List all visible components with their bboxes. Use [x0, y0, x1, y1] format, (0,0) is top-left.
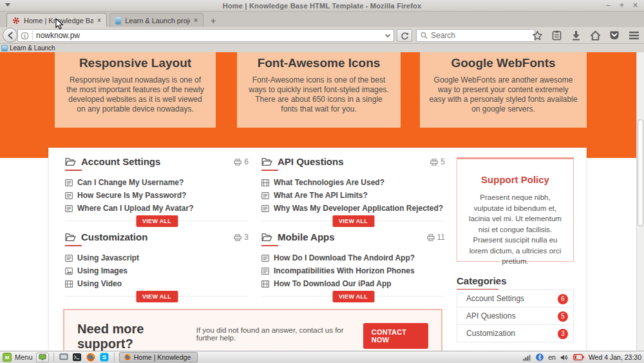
tab-learn-launch[interactable]: Learn & Launch project - ... × — [109, 13, 204, 27]
categories-widget: Categories Account Settings 6 API Questi… — [457, 275, 574, 342]
tab-close-icon[interactable]: × — [97, 17, 101, 24]
pocket-icon[interactable] — [608, 29, 621, 42]
battery-low-icon[interactable] — [573, 354, 584, 360]
section-article-count: 11 — [427, 233, 445, 242]
view-all-button[interactable]: VIEW ALL — [136, 291, 178, 302]
article-link[interactable]: Incompatibilities With Horizon Phones — [274, 266, 415, 275]
search-bar[interactable] — [416, 29, 535, 42]
kb-section-account-settings: Account Settings 6 Can I Change My Usern… — [65, 156, 249, 221]
feature-title: Font-Awesome Icons — [246, 56, 392, 70]
category-row-api-questions[interactable]: API Questions 5 — [457, 307, 574, 325]
navigation-toolbar — [0, 27, 644, 44]
feature-text: Responsive layout nowadays is one of the… — [64, 75, 207, 114]
bookmark-favicon — [1, 45, 8, 52]
section-title-link[interactable]: API Questions — [278, 156, 344, 167]
file-manager-icon — [59, 353, 68, 361]
image-icon — [65, 268, 73, 275]
categories-title: Categories — [457, 275, 574, 286]
network-signal-icon[interactable] — [523, 354, 531, 361]
section-title-link[interactable]: Mobile Apps — [278, 231, 335, 242]
search-input[interactable] — [431, 31, 531, 40]
firefox-launcher[interactable] — [86, 352, 96, 362]
window-titlebar: Home | Knowledge Base HTML Template - Mo… — [0, 0, 644, 12]
article-link[interactable]: What Technologies Are Used? — [274, 178, 384, 187]
section-article-count: 5 — [430, 157, 445, 166]
view-all-button[interactable]: VIEW ALL — [332, 215, 374, 227]
category-row-account-settings[interactable]: Account Settings 6 — [457, 289, 574, 308]
section-title-link[interactable]: Customization — [81, 231, 147, 242]
contact-now-button[interactable]: CONTACT NOW — [363, 323, 428, 349]
section-title-link[interactable]: Account Settings — [81, 156, 160, 167]
tab-close-icon[interactable]: × — [194, 17, 198, 24]
feature-box-font-awesome: Font-Awesome Icons Font-Awesome icons is… — [237, 52, 401, 128]
category-row-customization[interactable]: Customization 3 — [457, 324, 574, 342]
window-menu-icon[interactable] — [5, 3, 10, 6]
article-link[interactable]: Where Can I Upload My Avatar? — [77, 204, 193, 213]
sidebar: Support Policy Praesent neque nibh, vulp… — [457, 157, 574, 342]
article-link[interactable]: Why Was My Developer Application Rejecte… — [274, 204, 443, 213]
folder-open-icon — [65, 233, 76, 244]
new-tab-button[interactable]: + — [207, 15, 219, 26]
category-link[interactable]: Account Settings — [466, 294, 524, 303]
reading-list-icon[interactable] — [550, 29, 563, 42]
close-button[interactable]: × — [633, 1, 638, 10]
terminal-launcher[interactable] — [72, 352, 82, 362]
file-manager-launcher[interactable] — [59, 352, 69, 362]
desktop-icon — [39, 354, 46, 360]
url-input[interactable] — [36, 31, 384, 40]
downloads-icon[interactable] — [569, 29, 582, 42]
article-icon — [261, 255, 269, 262]
reload-button[interactable] — [397, 29, 412, 42]
count-value: 11 — [437, 233, 445, 242]
kb-article-item: What Technologies Are Used? — [261, 176, 445, 189]
article-link[interactable]: Using Images — [77, 266, 128, 275]
show-desktop-button[interactable] — [36, 353, 49, 362]
count-value: 6 — [244, 157, 249, 166]
volume-icon[interactable] — [560, 354, 569, 361]
maximize-button[interactable]: + — [620, 1, 624, 10]
bookmark-star-icon[interactable] — [531, 29, 544, 42]
kb-article-item: Using Video — [65, 277, 249, 290]
article-link[interactable]: How To Download Our iPad App — [274, 279, 392, 288]
kb-section-api-questions: API Questions 5 What Technologies Are Us… — [261, 156, 445, 221]
page-info-icon[interactable] — [21, 32, 29, 40]
article-link[interactable]: What Are The API Limits? — [274, 191, 368, 200]
feature-text: Font-Awesome icons is one of the best wa… — [246, 75, 392, 114]
taskbar-clock[interactable]: Wed 4 Jan, 23:30 — [589, 353, 641, 361]
menu-icon[interactable] — [627, 29, 640, 42]
article-icon — [261, 268, 269, 275]
article-link[interactable]: How Secure Is My Password? — [77, 191, 186, 200]
bookmark-learn-launch[interactable]: Learn & Launch — [1, 44, 55, 52]
section-divider: VIEW ALL — [65, 221, 249, 221]
firefox-window: Home | Knowledge Base HTML Template - Mo… — [0, 0, 644, 363]
category-link[interactable]: API Questions — [466, 311, 516, 320]
article-link[interactable]: Using Javascript — [77, 253, 139, 262]
home-icon[interactable] — [589, 29, 601, 42]
page-viewport: Responsive Layout Responsive layout nowa… — [0, 52, 644, 351]
folder-open-icon — [261, 233, 272, 244]
view-all-button[interactable]: VIEW ALL — [332, 291, 374, 302]
contact-headline: Need more support? — [77, 322, 189, 351]
kb-article-item: Incompatibilities With Horizon Phones — [261, 264, 445, 277]
article-link[interactable]: Can I Change My Username? — [77, 178, 184, 187]
reload-icon — [401, 32, 409, 40]
category-count-badge: 5 — [558, 311, 568, 322]
scrollbar-thumb[interactable] — [638, 119, 643, 226]
skype-launcher[interactable]: S — [99, 352, 109, 362]
back-button[interactable] — [3, 28, 17, 43]
chevron-down-icon[interactable] — [384, 34, 391, 38]
article-link[interactable]: Using Video — [77, 279, 122, 288]
article-link[interactable]: How Do I Download The Andoird App? — [274, 253, 415, 262]
task-window-button[interactable]: Home | Knowledge B... — [119, 352, 198, 362]
bluetooth-icon[interactable] — [536, 353, 544, 361]
keyboard-language-indicator[interactable]: en — [548, 353, 556, 361]
minimize-button[interactable]: – — [606, 1, 611, 10]
view-all-button[interactable]: VIEW ALL — [136, 215, 178, 227]
contact-banner: Need more support? If you did not found … — [63, 309, 442, 351]
knowledge-base-favicon — [12, 17, 20, 25]
url-bar[interactable] — [17, 29, 394, 42]
mint-menu-button[interactable]: M Menu — [3, 353, 33, 362]
category-count-badge: 3 — [558, 329, 568, 339]
page-scrollbar[interactable] — [636, 52, 644, 351]
category-link[interactable]: Customization — [466, 329, 515, 338]
